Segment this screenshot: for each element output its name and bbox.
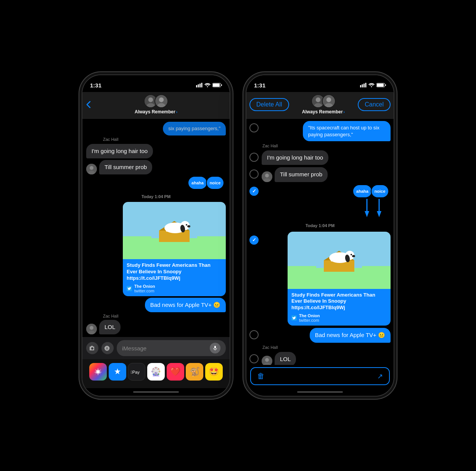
snoopy-image xyxy=(151,210,197,252)
input-placeholder: iMessage xyxy=(122,345,146,352)
status-icons-right xyxy=(360,83,386,87)
left-phone: 1:31 xyxy=(82,74,230,397)
sender-label-zac1: Zac Hall xyxy=(103,137,226,142)
svg-rect-25 xyxy=(166,229,170,232)
imessage-input[interactable]: iMessage xyxy=(117,340,226,356)
svg-rect-41 xyxy=(385,84,386,86)
back-button[interactable] xyxy=(86,101,91,108)
svg-point-63 xyxy=(352,255,355,257)
reaction-group: ahaha noice xyxy=(188,176,224,190)
message-row-truncated: six paying passengers," xyxy=(86,122,226,135)
zac-avatar-lol xyxy=(86,324,97,334)
svg-rect-65 xyxy=(336,259,340,261)
applepay-inner-icon: Pay xyxy=(131,368,142,375)
nav-center-right: Always Remember › xyxy=(302,94,345,115)
bubble-summer[interactable]: Till summer prob xyxy=(99,160,152,174)
source-name-right: The Onion xyxy=(299,313,320,318)
message-row-summer: Till summer prob xyxy=(86,160,226,174)
bubble-lol-r[interactable]: LOL xyxy=(275,352,296,365)
snoopy-img-right xyxy=(316,239,362,281)
check-3[interactable] xyxy=(249,169,259,179)
svg-point-11 xyxy=(159,97,164,102)
svg-point-43 xyxy=(316,97,320,102)
monkey-icon[interactable]: 🐒 xyxy=(186,363,203,381)
bubble-lol[interactable]: LOL xyxy=(99,320,121,334)
reaction-noice[interactable]: noice xyxy=(206,176,224,190)
svg-rect-40 xyxy=(377,84,384,87)
nav-header-right: Delete All Always Remember › Cancel xyxy=(246,92,394,119)
svg-point-23 xyxy=(186,224,187,226)
appstore-icon[interactable] xyxy=(109,363,126,381)
signal-icon-right xyxy=(360,83,367,87)
svg-rect-35 xyxy=(360,85,361,87)
applepay-icon[interactable]: Pay xyxy=(128,363,145,381)
status-time-right: 1:31 xyxy=(254,82,265,89)
status-bar-right: 1:31 xyxy=(246,75,394,92)
check-reactions[interactable] xyxy=(249,187,259,196)
reaction-noice-r[interactable]: noice xyxy=(371,184,389,198)
sender-label-zac2: Zac Hall xyxy=(103,314,226,318)
link-card-title: Study Finds Fewer Americans Than Ever Be… xyxy=(127,262,222,282)
svg-point-14 xyxy=(90,166,93,170)
reaction-ahaha-r[interactable]: ahaha xyxy=(352,184,372,198)
audio-btn[interactable] xyxy=(210,343,220,353)
select-row-2: I'm going long hair too xyxy=(249,150,391,165)
pinwheel-icon[interactable]: 🎡 xyxy=(147,363,165,381)
camera-btn[interactable] xyxy=(86,342,98,354)
link-card-body-right: Study Finds Fewer Americans Than Ever Be… xyxy=(288,289,391,326)
select-row-3: Till summer prob xyxy=(249,167,391,182)
sender-zac-r2: Zac Hall xyxy=(262,345,391,350)
select-row-lol: LOL xyxy=(249,352,391,365)
link-card-source: The Onion twitter.com xyxy=(127,284,222,293)
check-linkcard[interactable] xyxy=(249,236,259,245)
svg-point-62 xyxy=(351,254,352,255)
message-with-avatar-summer: Till summer prob xyxy=(86,160,152,174)
svg-rect-6 xyxy=(221,84,222,86)
svg-point-8 xyxy=(148,97,153,102)
delete-all-button[interactable]: Delete All xyxy=(249,98,289,111)
select-row-reactions: ahaha noice xyxy=(249,184,391,218)
photos-app-icon[interactable] xyxy=(89,363,107,381)
svg-rect-31 xyxy=(214,346,216,348)
source-info-right: The Onion twitter.com xyxy=(299,313,320,323)
apps-icon: 🅐 xyxy=(105,345,111,351)
select-row-1: "Its spacecraft can host up to six payin… xyxy=(249,121,391,141)
svg-rect-0 xyxy=(196,85,197,87)
bubble-r1[interactable]: "Its spacecraft can host up to six payin… xyxy=(303,121,391,141)
avatar-group-left[interactable] xyxy=(144,94,168,108)
svg-rect-1 xyxy=(198,84,199,87)
apps-btn[interactable]: 🅐 xyxy=(101,342,114,354)
reaction-group-r: ahaha noice xyxy=(352,184,389,198)
msg-with-avatar-lol-r: LOL xyxy=(262,352,296,365)
zac-avatar-lol-r xyxy=(262,356,272,365)
check-2[interactable] xyxy=(249,153,259,162)
check-badnews[interactable] xyxy=(249,330,259,339)
share-icon[interactable]: ↗ xyxy=(377,372,383,381)
source-info: The Onion twitter.com xyxy=(134,284,155,293)
bubble-badnews[interactable]: Bad news for Apple TV+ 😐 xyxy=(145,298,226,312)
trash-icon[interactable]: 🗑 xyxy=(257,372,265,381)
source-domain-right: twitter.com xyxy=(299,318,320,323)
input-bar-left: 🅐 iMessage xyxy=(82,337,230,359)
bubble-badnews-r[interactable]: Bad news for Apple TV+ 😐 xyxy=(310,328,391,342)
check-lol[interactable] xyxy=(249,354,259,363)
heart-icon[interactable]: ❤️ xyxy=(167,363,184,381)
app-row-left: Pay 🎡 ❤️ 🐒 🤩 xyxy=(82,359,230,388)
avatar-group-right[interactable] xyxy=(311,94,336,108)
reaction-ahaha[interactable]: ahaha xyxy=(188,176,207,190)
check-1[interactable] xyxy=(249,123,259,132)
nav-title-right[interactable]: Always Remember › xyxy=(302,109,345,115)
memoji-icon[interactable]: 🤩 xyxy=(205,363,223,381)
bubble-r3[interactable]: Till summer prob xyxy=(275,167,328,182)
bubble-truncated[interactable]: six paying passengers," xyxy=(163,122,226,135)
svg-marker-54 xyxy=(377,211,381,217)
svg-rect-3 xyxy=(201,83,203,87)
nav-center-left: Always Remember › xyxy=(135,94,177,115)
link-card-left[interactable]: Study Finds Fewer Americans Than Ever Be… xyxy=(123,202,226,296)
bubble-r2[interactable]: I'm going long hair too xyxy=(262,150,328,165)
link-card-image xyxy=(123,202,226,259)
cancel-button[interactable]: Cancel xyxy=(358,98,391,111)
link-card-right[interactable]: Study Finds Fewer Americans Than Ever Be… xyxy=(288,232,391,326)
nav-title-left[interactable]: Always Remember › xyxy=(135,109,177,115)
bubble-longhair[interactable]: I'm going long hair too xyxy=(86,144,153,158)
